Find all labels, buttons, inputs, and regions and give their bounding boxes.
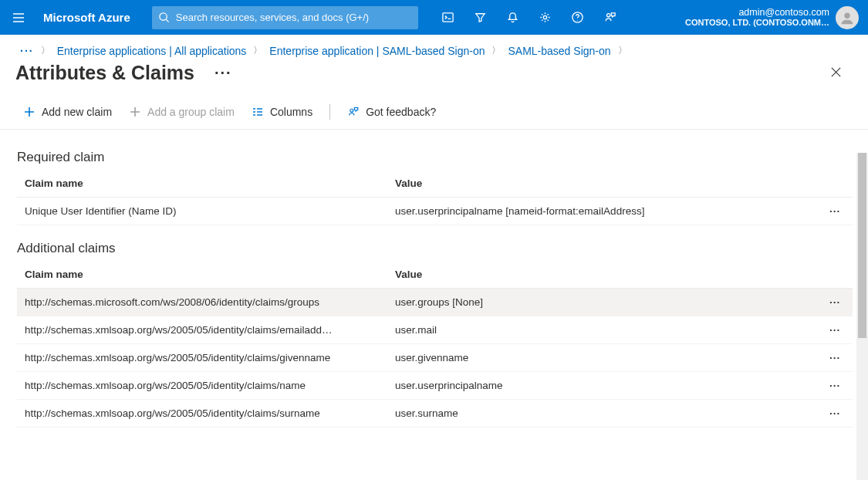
claim-value-cell: user.mail (387, 316, 822, 344)
row-context-menu[interactable]: ··· (822, 344, 853, 372)
feedback-top-button[interactable] (594, 2, 627, 33)
vertical-scrollbar[interactable] (856, 153, 868, 480)
plus-icon (129, 106, 141, 118)
plus-icon (23, 106, 35, 118)
row-context-menu[interactable]: ··· (822, 400, 853, 428)
claim-value-cell: user.userprincipalname (387, 372, 822, 400)
add-new-claim-button[interactable]: Add new claim (23, 106, 112, 118)
menu-toggle[interactable] (5, 4, 32, 32)
claim-value-cell: user.userprincipalname [nameid-format:em… (387, 198, 822, 225)
search-icon (158, 12, 170, 23)
avatar-icon (839, 9, 856, 26)
toolbar-divider (329, 104, 330, 120)
avatar (836, 6, 859, 29)
top-icon-group (432, 2, 627, 33)
claim-name-cell: http://schemas.xmlsoap.org/ws/2005/05/id… (17, 372, 387, 400)
person-feedback-icon (347, 106, 360, 118)
table-row[interactable]: Unique User Identifier (Name ID)user.use… (17, 198, 853, 225)
account-area[interactable]: admin@contoso.com CONTOSO, LTD. (CONTOSO… (685, 6, 863, 29)
command-bar: Add new claim Add a group claim Columns … (0, 87, 868, 130)
account-text: admin@contoso.com CONTOSO, LTD. (CONTOSO… (685, 7, 829, 28)
row-context-menu[interactable]: ··· (822, 372, 853, 400)
brand-label[interactable]: Microsoft Azure (43, 11, 130, 24)
breadcrumb-link-2[interactable]: Enterprise application | SAML-based Sign… (269, 45, 485, 57)
title-more-button[interactable]: ··· (214, 64, 232, 82)
add-group-claim-button: Add a group claim (129, 106, 235, 118)
search-placeholder: Search resources, services, and docs (G+… (176, 12, 369, 23)
claim-name-cell: Unique User Identifier (Name ID) (17, 198, 387, 225)
claim-value-cell: user.groups [None] (387, 289, 822, 316)
svg-point-5 (844, 12, 849, 18)
svg-rect-1 (443, 13, 453, 22)
claim-value-cell: user.surname (387, 400, 822, 428)
claim-name-cell: http://schemas.microsoft.com/ws/2008/06/… (17, 289, 387, 316)
global-search[interactable]: Search resources, services, and docs (G+… (152, 6, 418, 29)
table-row[interactable]: http://schemas.xmlsoap.org/ws/2005/05/id… (17, 372, 853, 400)
columns-button[interactable]: Columns (252, 106, 312, 118)
page-title: Attributes & Claims (15, 62, 194, 84)
breadcrumb: ··· 〉 Enterprise applications | All appl… (0, 35, 868, 59)
content-area: Required claim Claim name Value Unique U… (0, 130, 868, 465)
cloud-shell-icon (441, 11, 454, 24)
close-icon (830, 66, 842, 78)
feedback-label: Got feedback? (366, 106, 436, 118)
required-claim-heading: Required claim (17, 150, 853, 165)
claim-name-cell: http://schemas.xmlsoap.org/ws/2005/05/id… (17, 344, 387, 372)
gear-icon (539, 11, 552, 24)
help-icon (571, 11, 584, 24)
table-row[interactable]: http://schemas.microsoft.com/ws/2008/06/… (17, 289, 853, 316)
breadcrumb-overflow[interactable]: ··· (20, 45, 34, 57)
columns-icon (252, 106, 264, 118)
bell-icon (506, 11, 519, 24)
required-claim-table: Claim name Value Unique User Identifier … (17, 170, 853, 225)
add-new-claim-label: Add new claim (42, 106, 112, 118)
scrollbar-thumb[interactable] (858, 153, 866, 338)
filter-icon (474, 11, 487, 24)
chevron-right-icon: 〉 (618, 44, 627, 57)
claim-name-cell: http://schemas.xmlsoap.org/ws/2005/05/id… (17, 316, 387, 344)
row-context-menu[interactable]: ··· (822, 316, 853, 344)
add-group-claim-label: Add a group claim (147, 106, 235, 118)
feedback-button[interactable]: Got feedback? (347, 106, 436, 118)
breadcrumb-link-1[interactable]: Enterprise applications | All applicatio… (57, 45, 247, 57)
claim-value-cell: user.givenname (387, 344, 822, 372)
svg-point-4 (607, 14, 610, 17)
col-header-value[interactable]: Value (387, 170, 822, 198)
top-bar: Microsoft Azure Search resources, servic… (0, 0, 868, 35)
table-row[interactable]: http://schemas.xmlsoap.org/ws/2005/05/id… (17, 400, 853, 428)
additional-claims-table: Claim name Value http://schemas.microsof… (17, 261, 853, 428)
columns-label: Columns (270, 106, 312, 118)
col-header-claim-name[interactable]: Claim name (17, 170, 387, 198)
account-email: admin@contoso.com (685, 7, 829, 18)
notifications-button[interactable] (497, 2, 529, 33)
row-context-menu[interactable]: ··· (822, 289, 853, 316)
table-row[interactable]: http://schemas.xmlsoap.org/ws/2005/05/id… (17, 316, 853, 344)
breadcrumb-link-3[interactable]: SAML-based Sign-on (508, 45, 610, 57)
title-bar: Attributes & Claims ··· (0, 59, 868, 87)
chevron-right-icon: 〉 (253, 44, 262, 57)
help-button[interactable] (562, 2, 594, 33)
chevron-right-icon: 〉 (491, 44, 501, 57)
svg-point-2 (544, 15, 547, 19)
additional-claims-heading: Additional claims (17, 241, 853, 256)
settings-button[interactable] (529, 2, 562, 33)
col-header-value[interactable]: Value (387, 261, 822, 289)
chevron-right-icon: 〉 (41, 44, 50, 57)
claim-name-cell: http://schemas.xmlsoap.org/ws/2005/05/id… (17, 400, 387, 428)
svg-point-6 (350, 109, 353, 112)
cloud-shell-button[interactable] (432, 2, 464, 33)
hamburger-icon (12, 11, 25, 25)
person-feedback-icon (603, 11, 616, 24)
close-blade-button[interactable] (830, 66, 842, 80)
table-row[interactable]: http://schemas.xmlsoap.org/ws/2005/05/id… (17, 344, 853, 372)
account-tenant: CONTOSO, LTD. (CONTOSO.ONM… (685, 18, 829, 28)
svg-point-0 (160, 13, 167, 20)
row-context-menu[interactable]: ··· (822, 198, 853, 225)
directories-button[interactable] (464, 2, 497, 33)
col-header-claim-name[interactable]: Claim name (17, 261, 387, 289)
